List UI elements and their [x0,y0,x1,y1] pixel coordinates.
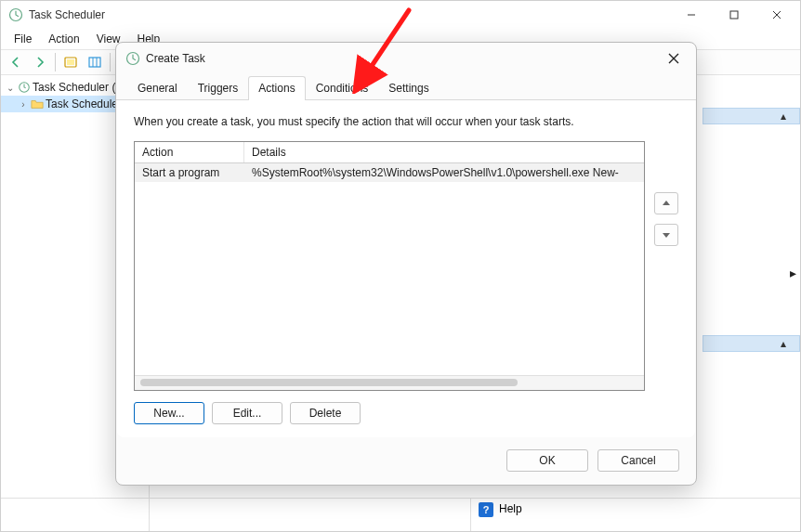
nav-child-label: Task Scheduler [46,97,122,110]
tab-general[interactable]: General [127,76,188,100]
cell-action: Start a program [135,166,244,179]
status-help-label[interactable]: Help [499,502,522,515]
statusbar: ? Help [1,498,800,531]
new-button[interactable]: New... [134,402,204,424]
action-buttons-row: New... Edit... Delete [134,402,678,424]
col-details[interactable]: Details [244,142,644,162]
svg-rect-1 [730,11,738,19]
table-body: Start a program %SystemRoot%\system32\Wi… [135,163,644,375]
tree-expand-icon[interactable]: › [18,98,29,110]
move-up-button[interactable] [654,192,678,214]
actions-panel-header[interactable]: ▴ [703,108,800,124]
dialog-title: Create Task [146,52,205,65]
cell-details: %SystemRoot%\system32\WindowsPowerShell\… [244,166,644,179]
status-mid [150,499,470,531]
tab-actions[interactable]: Actions [248,76,305,100]
dialog-footer: OK Cancel [116,438,696,485]
cancel-button[interactable]: Cancel [597,449,679,472]
tab-conditions[interactable]: Conditions [306,76,379,100]
svg-rect-3 [67,59,74,65]
col-action[interactable]: Action [135,142,244,162]
actions-instruction: When you create a task, you must specify… [134,115,678,128]
tab-triggers[interactable]: Triggers [188,76,249,100]
reorder-buttons [654,141,678,391]
maximize-button[interactable] [713,1,755,29]
scroll-right-icon[interactable]: ▸ [790,266,796,280]
actions-panel-header-2[interactable]: ▴ [703,335,800,352]
horizontal-scrollbar[interactable] [135,375,644,390]
tab-strip: General Triggers Actions Conditions Sett… [116,74,696,100]
forward-button[interactable] [29,52,51,72]
toolbar-separator [55,53,56,71]
actions-table[interactable]: Action Details Start a program %SystemRo… [134,141,645,391]
scope-button[interactable] [59,52,82,72]
delete-button[interactable]: Delete [290,402,361,424]
main-titlebar: Task Scheduler [1,1,800,29]
minimize-button[interactable] [670,1,713,29]
columns-button[interactable] [84,52,106,72]
status-left [1,499,150,531]
tab-body-actions: When you create a task, you must specify… [117,100,695,437]
menu-file[interactable]: File [7,31,39,47]
dialog-close-button[interactable] [661,45,687,71]
status-right: ? Help [470,499,800,531]
clock-icon [125,51,140,66]
help-icon: ? [479,502,493,517]
chevron-up-icon: ▴ [775,337,792,350]
toolbar-separator [110,53,111,71]
svg-rect-4 [89,58,100,67]
chevron-up-icon: ▴ [775,110,792,123]
dialog-titlebar: Create Task [116,43,696,74]
nav-root-label: Task Scheduler (L [33,81,122,94]
table-header: Action Details [135,142,644,163]
main-window-title: Task Scheduler [29,8,105,21]
create-task-dialog: Create Task General Triggers Actions Con… [115,42,697,486]
edit-button[interactable]: Edit... [212,402,282,424]
move-down-button[interactable] [654,224,678,246]
ok-button[interactable]: OK [506,449,588,472]
tree-collapse-icon[interactable]: ⌄ [5,82,16,93]
clock-icon [8,7,23,22]
tab-settings[interactable]: Settings [378,76,439,100]
table-row[interactable]: Start a program %SystemRoot%\system32\Wi… [135,163,644,182]
close-button[interactable] [755,1,798,29]
folder-icon [31,97,44,110]
clock-icon [18,81,31,94]
back-button[interactable] [5,52,27,72]
menu-action[interactable]: Action [41,31,86,47]
